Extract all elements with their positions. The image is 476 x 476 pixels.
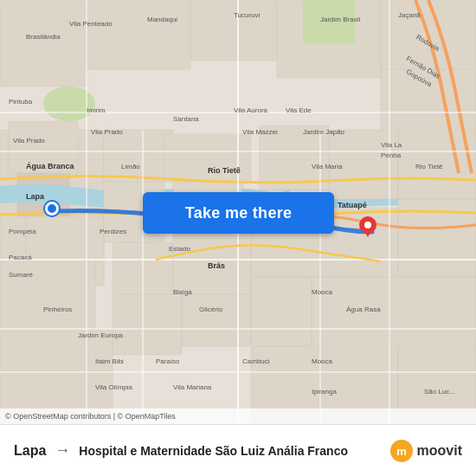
svg-text:Sumaré: Sumaré (9, 271, 34, 279)
svg-text:São Luc...: São Luc... (424, 388, 455, 396)
svg-text:Vila Mariana: Vila Mariana (173, 383, 212, 391)
svg-text:Cambuci: Cambuci (242, 357, 270, 365)
svg-text:Paraíso: Paraíso (156, 357, 180, 365)
svg-text:Mooca: Mooca (312, 288, 333, 296)
svg-rect-31 (389, 277, 476, 355)
svg-text:Vila Olímpia: Vila Olímpia (95, 383, 133, 391)
svg-text:Penha: Penha (381, 151, 402, 159)
svg-text:Lapa: Lapa (26, 192, 45, 201)
svg-text:Bixiga: Bixiga (173, 288, 192, 296)
take-me-there-button[interactable]: Take me there (143, 192, 334, 234)
svg-text:Mooca: Mooca (312, 357, 333, 365)
svg-text:Jardim Brasil: Jardim Brasil (320, 16, 360, 23)
svg-text:Rio Tietê: Rio Tietê (208, 166, 241, 175)
svg-text:Santana: Santana (173, 115, 199, 123)
svg-text:Limão: Limão (121, 163, 140, 170)
footer-arrow: → (55, 441, 70, 460)
svg-text:Pompéia: Pompéia (9, 228, 36, 235)
attribution-text: © OpenStreetMap contributors | © OpenMap… (5, 412, 176, 421)
svg-text:Água Rasa: Água Rasa (346, 306, 381, 313)
svg-text:Perdizes: Perdizes (100, 228, 126, 235)
svg-rect-8 (87, 0, 190, 69)
svg-text:Jardim Japão: Jardim Japão (303, 128, 345, 136)
svg-text:Água Branca: Água Branca (26, 162, 75, 170)
footer: Lapa → Hospital e Maternidade São Luiz A… (0, 424, 476, 476)
svg-rect-24 (113, 294, 182, 355)
svg-text:Imirim: Imirim (87, 106, 106, 114)
origin-pin (45, 202, 59, 215)
svg-text:m: m (396, 445, 407, 458)
svg-text:Vila La: Vila La (381, 141, 402, 149)
svg-text:Tucuruvi: Tucuruvi (234, 11, 261, 19)
svg-text:Tatuapé: Tatuapé (338, 201, 367, 209)
svg-point-12 (43, 87, 95, 121)
svg-point-88 (364, 222, 371, 228)
svg-rect-25 (182, 294, 251, 346)
svg-text:Vila Prado: Vila Prado (13, 137, 45, 145)
footer-destination: Hospital e Maternidade São Luiz Anália F… (79, 444, 389, 458)
svg-text:Jardim Europa: Jardim Europa (78, 331, 124, 339)
svg-text:Glicério: Glicério (199, 306, 223, 313)
svg-rect-18 (104, 130, 173, 182)
svg-text:Itaim Bibi: Itaim Bibi (95, 357, 124, 365)
svg-text:Estado: Estado (169, 245, 190, 253)
svg-text:Brás: Brás (208, 261, 225, 270)
footer-origin: Lapa (14, 443, 46, 459)
svg-text:Pinheiros: Pinheiros (43, 306, 72, 313)
svg-text:Jaçanã: Jaçanã (398, 11, 421, 19)
svg-text:Vila Prado: Vila Prado (91, 128, 123, 136)
svg-text:Vila Ede: Vila Ede (286, 106, 312, 114)
svg-text:Vila Penteado: Vila Penteado (69, 20, 113, 28)
svg-text:Mandaqui: Mandaqui (147, 16, 177, 23)
map-container: Brasilândia Vila Penteado Mandaqui Tucur… (0, 0, 476, 424)
moovit-logo: m moovit (389, 439, 462, 463)
svg-rect-7 (0, 0, 87, 87)
svg-text:Pacacá: Pacacá (9, 254, 32, 261)
moovit-icon: m (389, 439, 414, 463)
moovit-brand-text: moovit (417, 443, 462, 459)
svg-text:Vila Mazzei: Vila Mazzei (242, 128, 278, 136)
svg-rect-29 (251, 277, 312, 346)
map-attribution: © OpenStreetMap contributors | © OpenMap… (0, 408, 476, 424)
svg-text:Vila Maria: Vila Maria (312, 163, 343, 170)
svg-text:Vila Aurora: Vila Aurora (234, 106, 268, 114)
svg-rect-9 (190, 0, 277, 61)
svg-text:Rio Tietê: Rio Tietê (415, 163, 443, 170)
svg-text:Pirituba: Pirituba (9, 98, 33, 106)
svg-text:Brasilândia: Brasilândia (26, 33, 61, 41)
svg-text:Ipiranga: Ipiranga (312, 388, 337, 396)
